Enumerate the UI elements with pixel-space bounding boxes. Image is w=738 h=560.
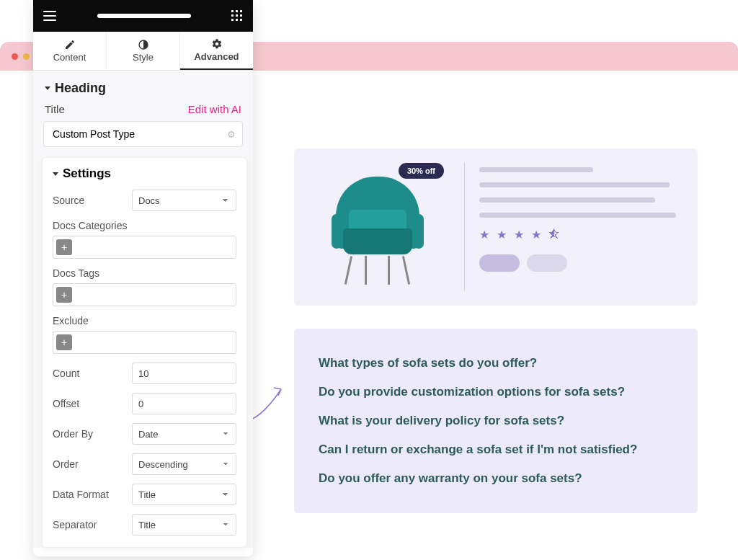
data-format-label: Data Format <box>53 489 109 500</box>
rating-stars: ★ ★ ★ ★ ⯪ <box>479 228 686 241</box>
skeleton-line <box>479 213 676 218</box>
skeleton-line <box>479 197 655 203</box>
editor-topbar <box>33 0 253 32</box>
tab-advanced[interactable]: Advanced <box>180 32 253 70</box>
product-image-wrap: 30% off <box>306 160 450 294</box>
separator-label: Separator <box>53 519 97 530</box>
editor-panel: Content Style Advanced Heading Title Edi… <box>33 0 253 556</box>
order-label: Order <box>53 458 79 470</box>
faq-item[interactable]: Do you provide customization options for… <box>319 385 673 399</box>
gear-icon[interactable]: ⚙ <box>227 129 236 140</box>
faq-item[interactable]: Do you offer any warranty on your sofa s… <box>319 471 673 486</box>
offset-input[interactable] <box>132 393 236 414</box>
star-icon: ★ <box>479 228 489 241</box>
action-pill-secondary[interactable] <box>527 254 567 272</box>
star-icon: ★ <box>531 228 541 241</box>
count-input[interactable] <box>132 363 236 384</box>
product-divider <box>464 163 465 291</box>
traffic-minimize-icon[interactable] <box>23 53 30 60</box>
edit-with-ai-link[interactable]: Edit with AI <box>188 103 241 115</box>
section-heading-heading[interactable]: Heading <box>33 71 253 100</box>
data-format-select[interactable]: Title <box>132 484 236 505</box>
star-half-icon: ⯪ <box>548 228 560 241</box>
title-row: Title Edit with AI <box>33 100 253 121</box>
caret-down-icon <box>53 172 58 176</box>
star-icon: ★ <box>514 228 524 241</box>
exclude-input[interactable]: + <box>53 331 236 354</box>
title-input[interactable] <box>43 121 243 147</box>
topbar-title-placeholder <box>97 14 191 18</box>
apps-grid-icon[interactable] <box>231 10 243 22</box>
source-label: Source <box>53 195 84 206</box>
faq-item[interactable]: What is your delivery policy for sofa se… <box>319 414 673 428</box>
tab-content-label: Content <box>53 52 86 63</box>
panel-body: Heading Title Edit with AI ⚙ Settings So… <box>33 71 253 548</box>
docs-tags-input[interactable]: + <box>53 283 236 306</box>
product-chair-image <box>327 169 428 285</box>
tab-style-label: Style <box>133 52 154 63</box>
hamburger-icon[interactable] <box>43 11 56 21</box>
order-select[interactable]: Descending <box>132 453 236 475</box>
faq-card: What types of sofa sets do you offer? Do… <box>294 329 698 513</box>
title-label: Title <box>45 103 65 115</box>
tab-advanced-label: Advanced <box>194 51 239 62</box>
section-heading-settings[interactable]: Settings <box>53 166 236 181</box>
contrast-icon <box>138 39 149 50</box>
product-details: ★ ★ ★ ★ ⯪ <box>479 160 686 294</box>
star-icon: ★ <box>497 228 507 241</box>
separator-select[interactable]: Title <box>132 514 236 535</box>
docs-categories-input[interactable]: + <box>53 236 236 259</box>
pencil-icon <box>64 39 76 50</box>
action-pill-primary[interactable] <box>479 254 520 272</box>
settings-section-label: Settings <box>63 166 111 181</box>
heading-section-label: Heading <box>55 81 106 96</box>
traffic-close-icon[interactable] <box>12 53 18 60</box>
faq-item[interactable]: Can I return or exchange a sofa set if I… <box>319 443 673 457</box>
settings-card: Settings Source Docs Docs Categories + D… <box>42 157 247 548</box>
docs-tags-label: Docs Tags <box>53 267 236 279</box>
tab-content[interactable]: Content <box>33 32 107 70</box>
caret-down-icon <box>45 86 50 90</box>
plus-icon[interactable]: + <box>56 287 72 303</box>
gear-icon <box>211 38 223 50</box>
tab-style[interactable]: Style <box>107 32 180 70</box>
source-select[interactable]: Docs <box>132 190 236 211</box>
exclude-label: Exclude <box>53 315 236 326</box>
order-by-select[interactable]: Date <box>132 423 236 445</box>
editor-tabs: Content Style Advanced <box>33 32 253 71</box>
pill-row <box>479 254 686 272</box>
product-card: 30% off <box>294 148 698 306</box>
skeleton-line <box>479 182 670 187</box>
count-label: Count <box>53 368 79 379</box>
offset-label: Offset <box>53 398 79 409</box>
order-by-label: Order By <box>53 428 93 440</box>
faq-item[interactable]: What types of sofa sets do you offer? <box>319 356 673 370</box>
docs-categories-label: Docs Categories <box>53 220 236 231</box>
plus-icon[interactable]: + <box>56 239 72 255</box>
plus-icon[interactable]: + <box>56 334 72 350</box>
skeleton-line <box>479 167 593 172</box>
